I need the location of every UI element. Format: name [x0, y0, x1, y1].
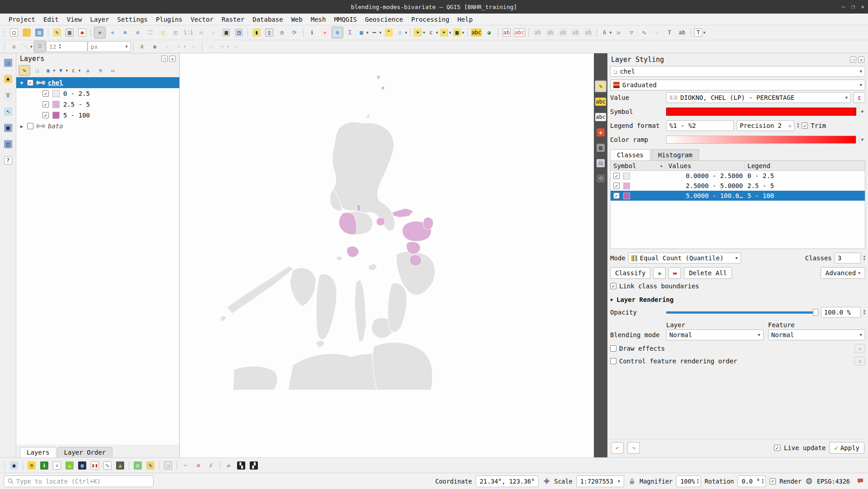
web-globe-button[interactable]: ◍: [76, 460, 88, 471]
refresh-map-button[interactable]: ⟳: [289, 27, 300, 38]
new-mesh-layer-button[interactable]: ▦: [2, 122, 14, 134]
slider-handle[interactable]: [813, 309, 818, 316]
processing-toolbox-button[interactable]: ⚙: [331, 27, 343, 38]
text-at-point-button[interactable]: ab: [676, 27, 688, 38]
highlight-pinned-labels-button[interactable]: abc: [513, 27, 526, 38]
new-map-view-button[interactable]: ▦: [220, 27, 232, 38]
data-source-manager-button[interactable]: ❏: [2, 57, 14, 69]
new-virtual-layer-button[interactable]: ◫: [2, 138, 14, 150]
class-table-row[interactable]: 5.0000 - 100.0…5 - 100: [611, 191, 865, 201]
show-layout-manager-button[interactable]: ●: [76, 27, 88, 38]
zoom-to-selection-button[interactable]: ◱: [157, 27, 169, 38]
statistical-summary-button[interactable]: Σ: [344, 27, 356, 38]
save-project-button[interactable]: ▤: [33, 27, 45, 38]
new-project-button[interactable]: ▢: [8, 27, 20, 38]
zoom-native-button[interactable]: 1:1: [182, 27, 194, 38]
magnifier-spinbox[interactable]: 100% ▲▼: [676, 475, 701, 487]
row-swatch[interactable]: [623, 173, 630, 179]
control-rendering-order-checkbox[interactable]: [610, 358, 616, 364]
menu-settings[interactable]: Settings: [113, 15, 152, 24]
rotation-spinbox[interactable]: 0.0 ° ▲▼: [737, 475, 766, 487]
toolbar-handle[interactable]: [3, 28, 6, 37]
add-vector-layer-button[interactable]: ✱: [2, 73, 14, 85]
menu-view[interactable]: View: [63, 15, 86, 24]
layer-rendering-header[interactable]: ▼ Layer Rendering: [610, 296, 865, 303]
legend-format-input[interactable]: %1 - %2: [666, 120, 734, 131]
renderer-selector[interactable]: Graduated ▼: [610, 80, 865, 90]
swap-layers-button[interactable]: ⇄: [223, 460, 234, 471]
polygon-annotation-button[interactable]: ▽: [625, 27, 637, 38]
expand-all-button[interactable]: ⇊: [82, 65, 93, 76]
menu-mmqgis[interactable]: MMQGIS: [330, 15, 361, 24]
terrain-profile-button[interactable]: ▲: [64, 460, 75, 471]
open-layer-styling-dock-button[interactable]: ✎: [19, 65, 30, 76]
filter-legend-button[interactable]: ▼▼: [56, 65, 68, 76]
mode-selector[interactable]: Equal Count (Quantile) ▼: [628, 253, 741, 263]
masks-tab-button[interactable]: abc: [595, 111, 607, 123]
new-geopackage-layer-button[interactable]: ➴: [2, 106, 14, 118]
row-swatch[interactable]: [623, 183, 630, 189]
pin-labels-button[interactable]: ab: [501, 27, 513, 38]
tracing-enable-button[interactable]: ⋔: [136, 41, 148, 52]
pan-map-button[interactable]: ✛: [94, 27, 106, 38]
panel-close-icon[interactable]: ✕: [169, 56, 176, 62]
menu-help[interactable]: Help: [453, 15, 477, 24]
classes-table-header[interactable]: Symbol▲ Values Legend: [611, 161, 865, 171]
layer-diagram-button[interactable]: ◕: [483, 27, 495, 38]
layer-visibility-checkbox[interactable]: [27, 123, 33, 129]
zoom-out-button[interactable]: ⊖: [132, 27, 144, 38]
collapse-all-button[interactable]: ⇈: [94, 65, 106, 76]
precision-spinbox[interactable]: Precision 2 ⊗: [737, 120, 794, 131]
help-button[interactable]: ?: [2, 155, 14, 166]
run-feature-action-button[interactable]: ✳: [319, 27, 331, 38]
show-bookmarks-button[interactable]: ▯: [263, 27, 275, 38]
checker-style-1-button[interactable]: ▚: [235, 460, 247, 471]
python-console-button[interactable]: ◓: [26, 460, 37, 471]
opacity-slider[interactable]: [666, 308, 818, 316]
zoom-in-button[interactable]: ⊕: [119, 27, 131, 38]
map-tips-button[interactable]: ❝: [383, 27, 395, 38]
new-shapefile-layer-button[interactable]: V: [2, 89, 14, 101]
annotations-button[interactable]: ◎▼: [396, 27, 408, 38]
measure-button[interactable]: ━▼: [370, 27, 382, 38]
zoom-last-button[interactable]: ◁: [195, 27, 207, 38]
row-checkbox[interactable]: [613, 183, 620, 189]
new-3d-map-view-button[interactable]: ◳: [233, 27, 245, 38]
new-spatial-bookmark-button[interactable]: ▮: [251, 27, 262, 38]
layer-class-item[interactable]: 0 - 2.5: [16, 88, 179, 99]
layer-visibility-checkbox[interactable]: [27, 80, 33, 86]
attribute-table-button[interactable]: ▦▼: [357, 27, 369, 38]
menu-raster[interactable]: Raster: [218, 15, 249, 24]
classes-spin-arrows[interactable]: ▲▼: [863, 255, 865, 261]
filter-by-expression-button[interactable]: ε▼: [69, 65, 81, 76]
classify-button[interactable]: Classify: [610, 267, 650, 279]
styling-layer-selector[interactable]: ❏ chel ▼: [610, 66, 865, 77]
menu-database[interactable]: Database: [248, 15, 287, 24]
add-class-button[interactable]: ✚: [653, 267, 666, 279]
remove-layer-button[interactable]: ▭: [107, 65, 119, 76]
menu-vector[interactable]: Vector: [187, 15, 218, 24]
maximize-button[interactable]: ❐: [852, 4, 855, 10]
layer-class-item[interactable]: 5 - 100: [16, 110, 179, 121]
menu-edit[interactable]: Edit: [39, 15, 63, 24]
draw-effects-checkbox[interactable]: [610, 345, 616, 352]
tab-classes[interactable]: Classes: [610, 149, 650, 160]
expression-builder-button[interactable]: ε: [854, 92, 865, 103]
feature-blend-selector[interactable]: Normal ▼: [768, 329, 866, 340]
menu-web[interactable]: Web: [287, 15, 307, 24]
apply-button[interactable]: ✓ Apply: [829, 442, 864, 454]
3d-view-tab-button[interactable]: ◆: [595, 127, 607, 138]
live-update-checkbox[interactable]: [774, 445, 780, 451]
symbology-tab-button[interactable]: ✎: [595, 80, 607, 92]
profile-plot-button[interactable]: ∠: [51, 460, 63, 471]
osm-editor-button[interactable]: ✎: [145, 460, 156, 471]
elevation-tab-button[interactable]: ▤: [595, 142, 607, 154]
open-field-calculator-button[interactable]: ▦▼: [453, 27, 465, 38]
layout-copier-button[interactable]: ❏: [162, 460, 174, 471]
tab-layer-order[interactable]: Layer Order: [57, 447, 113, 457]
panel-close-icon[interactable]: ✕: [858, 56, 864, 63]
menu-plugins[interactable]: Plugins: [152, 15, 187, 24]
scale-combo[interactable]: 1:7207553▼: [576, 475, 625, 487]
menu-layer[interactable]: Layer: [86, 15, 113, 24]
select-features-button[interactable]: ➤▼: [413, 27, 425, 38]
